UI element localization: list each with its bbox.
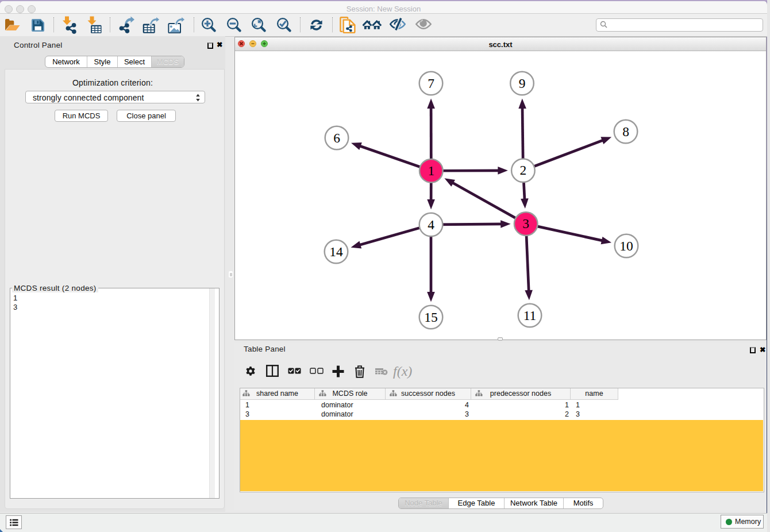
svg-text:11: 11: [523, 308, 537, 323]
svg-text:9: 9: [519, 76, 526, 91]
svg-text:4: 4: [428, 217, 434, 232]
svg-text:14: 14: [329, 244, 343, 259]
svg-text:15: 15: [424, 310, 438, 325]
svg-text:1: 1: [428, 163, 434, 178]
svg-text:2: 2: [520, 163, 527, 178]
svg-text:10: 10: [619, 238, 633, 253]
svg-text:7: 7: [428, 76, 434, 91]
svg-text:6: 6: [333, 130, 340, 145]
svg-text:3: 3: [522, 216, 529, 231]
svg-text:8: 8: [622, 124, 629, 139]
